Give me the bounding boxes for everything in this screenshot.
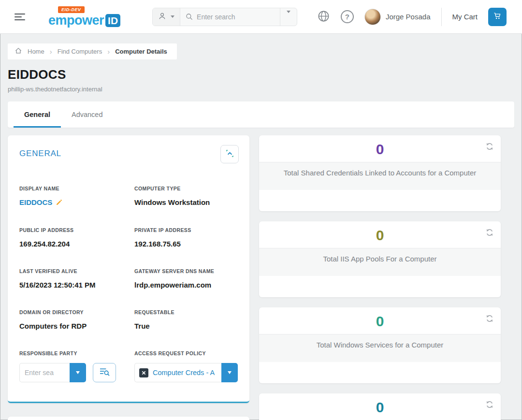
policy-tag: Computer Creds - A: [139, 368, 215, 377]
display-name-link[interactable]: EIDDOCS: [19, 198, 63, 206]
field-value: True: [134, 322, 238, 330]
field-label: ACCESS REQUEST POLICY: [134, 350, 238, 356]
lookup-list-search-icon: [99, 367, 110, 378]
breadcrumb-home[interactable]: Home: [28, 48, 44, 55]
responsible-party-dropdown-button[interactable]: [70, 363, 86, 382]
field-label: PRIVATE IP ADDRESS: [134, 227, 238, 233]
field-requestable: REQUESTABLE True: [134, 309, 238, 330]
field-label: LAST VERIFIED ALIVE: [19, 268, 123, 274]
user-menu[interactable]: Jorge Posada: [364, 9, 431, 25]
responsible-party-input[interactable]: [19, 363, 70, 382]
remove-tag-icon[interactable]: [139, 368, 148, 377]
responsible-party-lookup-button[interactable]: [93, 363, 116, 382]
search-scope-dropdown[interactable]: [153, 8, 180, 26]
field-last-verified: LAST VERIFIED ALIVE 5/16/2023 12:50:41 P…: [19, 268, 123, 289]
field-label: PUBLIC IP ADDRESS: [19, 227, 123, 233]
field-responsible-party: RESPONSIBLE PARTY: [19, 350, 123, 382]
brand-text: empower: [48, 14, 104, 27]
field-label: DOMAIN OR DIRECTORY: [19, 309, 123, 315]
my-cart-label[interactable]: My Cart: [452, 13, 478, 21]
chevron-right-icon: ›: [50, 48, 52, 55]
field-display-name: DISPLAY NAME EIDDOCS: [19, 186, 123, 207]
field-label: COMPUTER TYPE: [134, 186, 238, 191]
access-request-policy-dropdown-button[interactable]: [221, 363, 238, 382]
field-value: 5/16/2023 12:50:41 PM: [19, 281, 123, 289]
display-name-value[interactable]: EIDDOCS: [19, 198, 52, 206]
left-column: GENERAL DISPLAY NAME EIDDOCS: [8, 135, 249, 420]
field-gateway-dns: GATEWAY SERVER DNS NAME lrdp.empoweriam.…: [134, 268, 238, 289]
field-label: DISPLAY NAME: [19, 186, 123, 191]
field-public-ip: PUBLIC IP ADDRESS 169.254.82.204: [19, 227, 123, 248]
hamburger-icon: [14, 14, 25, 14]
field-label: REQUESTABLE: [134, 309, 238, 315]
chevron-down-icon: [76, 371, 80, 374]
right-column: 0 Total Shared Credentials Linked to Acc…: [259, 135, 501, 420]
general-fields: DISPLAY NAME EIDDOCS COMPUTER TYPE Windo…: [8, 163, 249, 402]
refresh-icon: [485, 403, 494, 410]
field-value: Windows Workstation: [134, 198, 238, 206]
chevron-down-icon: [287, 11, 290, 20]
global-search: [152, 8, 297, 26]
refresh-button[interactable]: [484, 313, 495, 325]
stat-card-windows-services: 0 Total Windows Services for a Computer: [259, 307, 501, 383]
tab-advanced[interactable]: Advanced: [61, 101, 114, 128]
stat-card-iis-app-pools: 0 Total IIS App Pools For a Computer: [259, 221, 501, 297]
stat-value: 0: [259, 393, 501, 420]
language-globe-button[interactable]: [317, 10, 330, 24]
field-domain-directory: DOMAIN OR DIRECTORY Computers for RDP: [19, 309, 123, 330]
search-icon: [186, 13, 193, 21]
chevron-up-icon: [225, 148, 235, 160]
top-bar: EID-DEV empower ID: [0, 0, 522, 34]
breadcrumb: Home › Find Computers › Computer Details: [8, 43, 177, 59]
policy-tag-label: Computer Creds - A: [153, 369, 215, 377]
home-icon[interactable]: [14, 47, 22, 56]
general-card-header: GENERAL: [8, 135, 249, 163]
stat-card-shared-credentials: 0 Total Shared Credentials Linked to Acc…: [259, 135, 501, 211]
next-panel-partial: [8, 417, 249, 420]
avatar: [364, 9, 381, 25]
stat-value: 0: [259, 135, 501, 162]
stat-description: Total Shared Credentials Linked to Accou…: [259, 162, 501, 190]
field-value: lrdp.empoweriam.com: [134, 281, 238, 289]
chevron-down-icon: [171, 15, 174, 18]
collapse-panel-button[interactable]: [220, 145, 239, 163]
access-request-policy-field[interactable]: Computer Creds - A: [134, 363, 221, 382]
chevron-down-icon: [228, 371, 232, 374]
general-card: GENERAL DISPLAY NAME EIDDOCS: [8, 135, 249, 403]
top-bar-actions: ? Jorge Posada My Cart: [317, 8, 512, 26]
tab-general[interactable]: General: [14, 101, 61, 128]
brand-id-mark: ID: [105, 14, 120, 27]
refresh-button[interactable]: [484, 227, 495, 239]
cart-button[interactable]: [488, 8, 507, 26]
stat-card-partial: 0: [259, 393, 501, 420]
breadcrumb-row: Home › Find Computers › Computer Details: [0, 34, 522, 59]
responsible-party-combo: [19, 363, 86, 382]
stat-description: Total IIS App Pools For a Computer: [259, 248, 501, 276]
refresh-icon: [485, 231, 494, 238]
help-button[interactable]: ?: [341, 10, 354, 23]
search-input[interactable]: [197, 13, 280, 21]
field-label: RESPONSIBLE PARTY: [19, 350, 123, 356]
page-title: EIDDOCS: [8, 67, 514, 82]
search-options-dropdown[interactable]: [280, 8, 297, 26]
breadcrumb-current: Computer Details: [115, 48, 167, 55]
refresh-button[interactable]: [484, 141, 495, 153]
environment-badge: EID-DEV: [58, 6, 85, 13]
stat-value: 0: [259, 307, 501, 334]
empowerid-logo[interactable]: EID-DEV empower ID: [48, 6, 120, 27]
tabs-bar: General Advanced: [8, 101, 514, 128]
edit-pencil-icon[interactable]: [56, 199, 63, 206]
stat-value: 0: [259, 221, 501, 248]
content: GENERAL DISPLAY NAME EIDDOCS: [0, 128, 522, 420]
refresh-button[interactable]: [484, 399, 495, 411]
stat-description: Total Windows Services for a Computer: [259, 334, 501, 362]
person-icon: [158, 12, 166, 22]
globe-icon: [317, 10, 330, 24]
divider: [441, 8, 442, 26]
app-window: EID-DEV empower ID: [0, 0, 522, 420]
field-access-request-policy: ACCESS REQUEST POLICY Computer Creds - A: [134, 350, 238, 382]
menu-toggle-button[interactable]: [14, 9, 31, 25]
breadcrumb-find-computers[interactable]: Find Computers: [58, 48, 102, 55]
page-subtitle: phillip-ws.thedotnetfactory.internal: [8, 86, 514, 93]
refresh-icon: [485, 317, 494, 324]
